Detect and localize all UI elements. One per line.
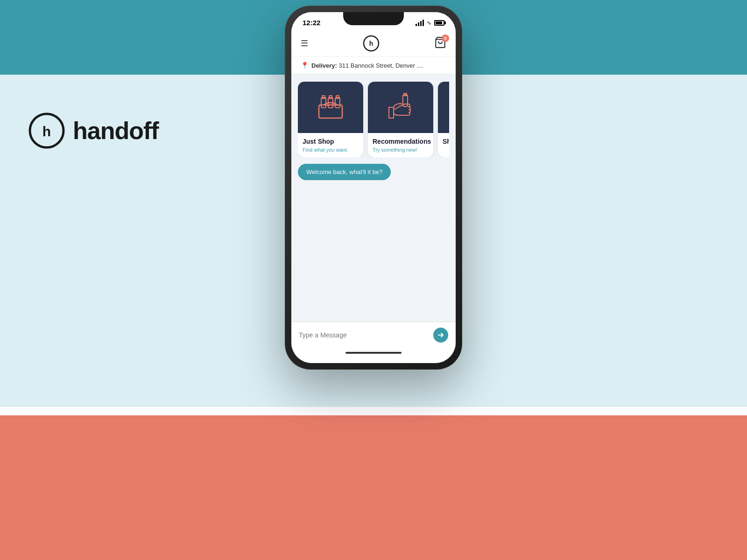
brand-logo-area: h handoff: [28, 112, 159, 149]
delivery-bar[interactable]: 📍 Delivery: 311 Bannock Street, Denver .…: [291, 57, 456, 74]
wifi-icon: ∿: [427, 20, 431, 26]
status-time: 12:22: [303, 19, 320, 27]
app-logo-icon: h: [363, 35, 380, 52]
recommendations-image: [368, 82, 433, 133]
recommendations-subtitle: Try something new!: [373, 147, 429, 153]
background-bottom: [0, 415, 747, 560]
just-shop-card[interactable]: Just Shop Find what you want.: [298, 82, 363, 157]
send-icon: [437, 332, 444, 338]
brand-name: handoff: [73, 117, 159, 145]
app-content: Just Shop Find what you want.: [291, 74, 456, 322]
shop-card-body: Shop: [438, 133, 449, 152]
background-middle: h handoff 12:22 ∿: [0, 75, 747, 415]
delivery-label: Delivery: 311 Bannock Street, Denver ...…: [311, 62, 423, 69]
svg-rect-6: [321, 98, 326, 108]
thumbsup-icon: [384, 91, 417, 124]
app-header: ☰ h 0: [291, 30, 456, 57]
location-pin-icon: 📍: [301, 62, 309, 69]
welcome-bubble: Welcome back, what'll it be?: [298, 164, 391, 180]
phone-body: 12:22 ∿: [285, 6, 462, 370]
shop-card-title: Shop: [443, 138, 449, 145]
just-shop-title: Just Shop: [303, 138, 359, 145]
send-button[interactable]: [433, 328, 448, 343]
just-shop-body: Just Shop Find what you want.: [298, 133, 363, 157]
recommendations-title: Recommendations: [373, 138, 429, 145]
svg-text:h: h: [369, 40, 374, 47]
phone-notch: [343, 12, 404, 25]
brand-icon: h: [28, 112, 65, 149]
shop-card-partial[interactable]: Shop: [438, 82, 449, 157]
battery-icon: [434, 20, 444, 26]
phone-screen: 12:22 ∿: [291, 12, 456, 363]
signal-icon: [416, 20, 424, 26]
cards-row: Just Shop Find what you want.: [298, 82, 449, 157]
menu-icon[interactable]: ☰: [301, 39, 308, 48]
beer-icon: [314, 91, 347, 124]
recommendations-body: Recommendations Try something new!: [368, 133, 433, 157]
cart-badge: 0: [442, 35, 449, 42]
just-shop-subtitle: Find what you want.: [303, 147, 359, 153]
svg-rect-5: [319, 105, 342, 118]
shop-card-image: [438, 82, 449, 133]
message-input-area: [291, 322, 456, 348]
svg-rect-8: [335, 98, 340, 108]
recommendations-card[interactable]: Recommendations Try something new!: [368, 82, 433, 157]
just-shop-image: [298, 82, 363, 133]
home-bar: [291, 348, 456, 363]
phone-mockup: 12:22 ∿: [285, 6, 462, 370]
message-input[interactable]: [299, 331, 428, 339]
home-bar-line: [345, 352, 402, 354]
svg-text:h: h: [42, 124, 51, 139]
status-icons: ∿: [416, 20, 444, 26]
cart-button[interactable]: 0: [434, 36, 446, 50]
